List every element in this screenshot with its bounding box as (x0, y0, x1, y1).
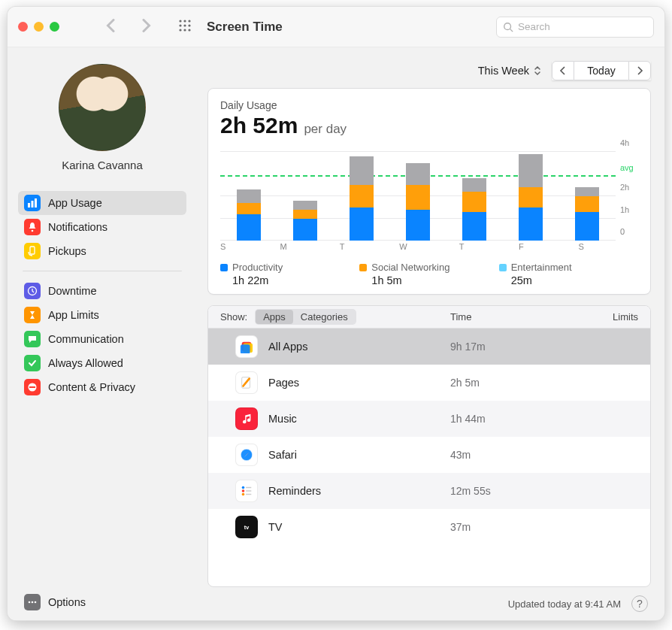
day-label: S (220, 242, 280, 251)
app-name: Pages (268, 377, 450, 389)
date-stepper: Today (552, 61, 651, 80)
bar-day[interactable] (559, 152, 616, 241)
app-time: 43m (450, 449, 601, 461)
sidebar-item-notifications[interactable]: Notifications (18, 215, 186, 239)
card-title: Daily Usage (220, 99, 638, 111)
username: Karina Cavanna (18, 159, 186, 171)
col-time: Time (450, 311, 601, 323)
hand-phone-icon (24, 243, 41, 259)
svg-text:tv: tv (244, 524, 249, 531)
sidebar-item-app-limits[interactable]: App Limits (18, 303, 186, 327)
avg-value: 2h 52m (220, 113, 298, 138)
svg-point-29 (242, 489, 245, 492)
separator (23, 271, 182, 271)
bar-day[interactable] (277, 152, 333, 241)
app-time: 9h 17m (450, 341, 601, 353)
bar-day[interactable] (220, 152, 277, 241)
svg-rect-18 (29, 386, 35, 388)
app-icon (235, 335, 258, 358)
app-icon (235, 444, 258, 466)
next-button[interactable] (628, 61, 651, 80)
avatar[interactable] (59, 64, 146, 151)
today-label: Today (587, 65, 615, 77)
clock-icon (24, 283, 41, 299)
svg-rect-12 (32, 201, 34, 207)
bar-day[interactable] (389, 152, 446, 241)
svg-point-1 (183, 20, 186, 22)
table-row[interactable]: tvTV37m (208, 509, 650, 545)
table-header: Show: Apps Categories Time Limits (208, 306, 650, 329)
prev-button[interactable] (552, 61, 574, 80)
back-button[interactable] (104, 19, 118, 35)
sidebar-item-content-privacy[interactable]: Content & Privacy (18, 375, 186, 399)
grid-icon[interactable] (178, 19, 192, 35)
toggle-categories[interactable]: Categories (293, 310, 356, 324)
svg-point-14 (32, 230, 34, 232)
day-label: M (280, 242, 339, 251)
show-label: Show: (220, 311, 247, 323)
apps-table: Show: Apps Categories Time Limits All Ap… (207, 305, 651, 587)
legend-item: Entertainment25m (499, 262, 638, 286)
forward-button[interactable] (139, 19, 153, 35)
check-badge-icon (24, 355, 41, 371)
chart-icon (24, 195, 41, 211)
sidebar-item-label: App Usage (48, 197, 102, 209)
svg-rect-11 (28, 203, 30, 207)
sidebar-item-communication[interactable]: Communication (18, 327, 186, 351)
sidebar-item-pickups[interactable]: Pickups (18, 239, 186, 263)
svg-point-2 (188, 20, 190, 22)
window: Screen Time Search Karina Cavanna App Us… (7, 6, 665, 621)
zoom-window[interactable] (50, 22, 59, 32)
minimize-window[interactable] (34, 22, 44, 32)
close-window[interactable] (18, 22, 28, 32)
day-labels: SMTWTFS (220, 242, 638, 251)
svg-point-3 (179, 24, 181, 26)
app-icon (235, 371, 258, 394)
app-name: TV (268, 521, 450, 533)
app-time: 37m (450, 521, 601, 533)
svg-point-30 (242, 493, 245, 496)
sidebar-item-always-allowed[interactable]: Always Allowed (18, 351, 186, 375)
svg-point-8 (188, 29, 190, 31)
top-controls: This Week Today (207, 59, 651, 82)
bar-day[interactable] (333, 152, 389, 241)
main: This Week Today Daily Usage 2h 52m per d… (197, 47, 664, 620)
app-name: All Apps (268, 341, 450, 353)
day-label: T (340, 242, 399, 251)
daily-usage-card: Daily Usage 2h 52m per day 4h2h1h0avg SM… (207, 88, 651, 295)
sidebar-item-downtime[interactable]: Downtime (18, 279, 186, 303)
sidebar-item-label: Notifications (48, 221, 107, 233)
table-row[interactable]: Safari43m (208, 437, 650, 473)
app-name: Safari (268, 449, 450, 461)
table-row[interactable]: Pages2h 5m (208, 365, 650, 401)
bar-day[interactable] (503, 152, 559, 241)
app-time: 2h 5m (450, 377, 601, 389)
app-time: 12m 55s (450, 485, 601, 497)
search-icon (503, 22, 513, 32)
svg-point-4 (183, 24, 186, 26)
bar-day[interactable] (446, 152, 503, 241)
sidebar-item-label: Always Allowed (48, 357, 123, 369)
app-name: Music (268, 413, 450, 425)
help-button[interactable]: ? (631, 595, 648, 612)
chevron-updown-icon (534, 65, 541, 76)
legend-item: Productivity1h 22m (220, 262, 359, 286)
today-button[interactable]: Today (574, 61, 628, 80)
sidebar-item-label: Content & Privacy (48, 381, 135, 393)
sidebar: Karina Cavanna App Usage Notifications P… (8, 47, 197, 620)
day-label: F (519, 242, 578, 251)
table-row[interactable]: Reminders12m 55s (208, 473, 650, 509)
search-input[interactable]: Search (496, 17, 654, 38)
svg-point-0 (179, 20, 181, 22)
day-label: T (459, 242, 519, 251)
svg-point-5 (188, 24, 190, 26)
sidebar-item-app-usage[interactable]: App Usage (18, 191, 186, 215)
sidebar-item-options[interactable]: Options (18, 584, 186, 620)
toggle-apps[interactable]: Apps (256, 310, 293, 324)
sidebar-item-label: App Limits (48, 309, 99, 321)
table-row[interactable]: Music1h 44m (208, 401, 650, 437)
range-dropdown[interactable]: This Week (478, 65, 541, 77)
svg-point-21 (35, 601, 37, 604)
table-row[interactable]: All Apps9h 17m (208, 329, 650, 365)
legend: Productivity1h 22mSocial Networking1h 5m… (220, 262, 638, 286)
